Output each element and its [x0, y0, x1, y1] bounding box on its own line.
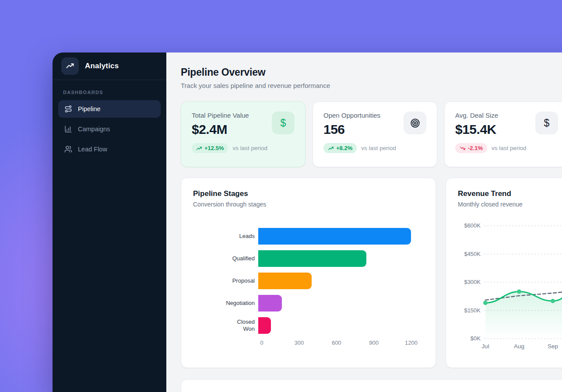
kpi-compare-label: vs last period — [232, 145, 267, 151]
pipeline-stages-bar-chart: Leads Qualified Proposal Negotiation Clo… — [193, 228, 424, 348]
sidebar-item-pipeline[interactable]: Pipeline — [58, 100, 161, 118]
bar-4 — [258, 317, 271, 334]
x-axis-tick: Aug — [514, 343, 524, 350]
bar-row: Proposal — [193, 273, 424, 289]
target-icon — [404, 112, 426, 134]
x-axis-tick: 0 — [260, 340, 263, 346]
bar-category-label: Closed Won — [193, 318, 258, 333]
trending-up-icon — [328, 145, 334, 151]
bar-chart-icon — [64, 125, 72, 133]
page-title: Pipeline Overview — [181, 66, 562, 78]
revenue-trend-plot — [485, 226, 562, 339]
revenue-area-fill — [485, 282, 562, 339]
y-axis-tick: $150K — [458, 307, 481, 314]
desktop-background: Analytics DASHBOARDS PipelineCampaignsLe… — [0, 0, 562, 392]
kpi-row: Total Pipeline Value $2.4M +12.5% vs las… — [181, 102, 562, 167]
sidebar-nav: PipelineCampaignsLead Flow — [53, 100, 166, 158]
route-icon — [64, 105, 72, 113]
dollar-icon: $ — [535, 112, 558, 134]
bar-category-label: Negotiation — [193, 300, 258, 307]
kpi-card: Avg. Deal Size $15.4K -2.1% vs last peri… — [444, 102, 562, 167]
chart-subtitle: Conversion through stages — [193, 201, 424, 208]
x-axis-tick: Jul — [481, 343, 489, 350]
x-axis-tick: 900 — [369, 340, 379, 346]
y-axis-tick: $300K — [458, 279, 481, 285]
x-axis-tick: 300 — [295, 340, 304, 346]
data-point-dot — [551, 299, 555, 303]
sidebar-item-label: Pipeline — [78, 105, 101, 112]
x-axis-tick: 600 — [332, 340, 341, 346]
bar-0 — [258, 228, 411, 245]
dollar-icon: $ — [272, 112, 295, 134]
kpi-delta-badge: +12.5% — [192, 143, 228, 153]
x-axis-ticks: 03006009001200 — [262, 340, 424, 348]
bottom-card-partial — [181, 379, 562, 392]
kpi-delta-badge: +8.2% — [323, 143, 357, 153]
data-point-dot — [517, 290, 521, 294]
trending-up-icon — [196, 145, 202, 151]
page-subtitle: Track your sales pipeline and revenue pe… — [181, 82, 562, 89]
bar-row: Leads — [193, 228, 424, 245]
bar-3 — [258, 295, 282, 312]
kpi-card: Open Opportunities 156 +8.2% vs last per… — [313, 102, 437, 167]
chart-title: Pipeline Stages — [193, 189, 424, 198]
bar-category-label: Leads — [193, 233, 258, 240]
kpi-compare-label: vs last period — [492, 145, 527, 151]
bar-category-label: Proposal — [193, 277, 258, 284]
bar-row: Qualified — [193, 250, 424, 267]
x-axis-tick: Sep — [548, 343, 558, 350]
chart-subtitle: Monthly closed revenue — [458, 201, 562, 208]
bar-row: Negotiation — [193, 295, 424, 312]
sidebar-item-label: Lead Flow — [78, 146, 107, 153]
kpi-value: $15.4K — [455, 122, 527, 137]
kpi-value: $2.4M — [192, 122, 267, 137]
pipeline-stages-card: Pipeline Stages Conversion through stage… — [181, 178, 436, 368]
y-axis-tick: $600K — [458, 222, 481, 229]
bar-category-label: Qualified — [193, 255, 258, 262]
users-icon — [64, 145, 72, 153]
trending-up-icon — [61, 57, 79, 75]
charts-row: Pipeline Stages Conversion through stage… — [181, 178, 562, 368]
chart-title: Revenue Trend — [458, 189, 562, 198]
y-axis-tick: $0K — [458, 335, 481, 342]
kpi-title: Total Pipeline Value — [192, 112, 267, 119]
x-axis-tick: 1200 — [405, 340, 418, 346]
sidebar-item-campaigns[interactable]: Campaigns — [58, 120, 161, 138]
sidebar-section-label: DASHBOARDS — [63, 90, 156, 95]
sidebar: Analytics DASHBOARDS PipelineCampaignsLe… — [53, 52, 166, 392]
bar-2 — [258, 273, 312, 289]
sidebar-item-lead-flow[interactable]: Lead Flow — [58, 140, 161, 158]
kpi-value: 156 — [323, 122, 396, 137]
main-content: Pipeline Overview Track your sales pipel… — [166, 52, 562, 392]
sidebar-item-label: Campaigns — [78, 126, 110, 133]
bar-row: Closed Won — [193, 317, 424, 334]
app-logo: Analytics — [53, 52, 166, 80]
bar-1 — [258, 250, 366, 267]
kpi-title: Avg. Deal Size — [455, 112, 527, 119]
kpi-card: Total Pipeline Value $2.4M +12.5% vs las… — [181, 102, 306, 167]
kpi-compare-label: vs last period — [361, 145, 396, 151]
app-name: Analytics — [85, 62, 119, 70]
trending-down-icon — [460, 145, 466, 151]
kpi-title: Open Opportunities — [323, 112, 396, 119]
revenue-trend-line-chart: $0K$150K$300K$450K$600KJulAugSep — [485, 226, 562, 339]
kpi-delta-badge: -2.1% — [455, 143, 487, 153]
y-axis-tick: $450K — [458, 251, 481, 257]
analytics-app-window: Analytics DASHBOARDS PipelineCampaignsLe… — [53, 52, 562, 392]
data-point-dot — [483, 301, 488, 305]
revenue-trend-card: Revenue Trend Monthly closed revenue $0K… — [446, 178, 562, 368]
